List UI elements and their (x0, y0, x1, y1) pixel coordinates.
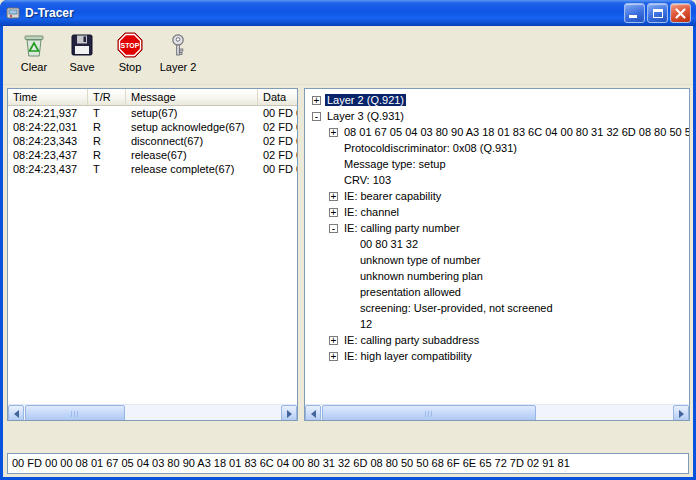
table-row[interactable]: 08:24:23,437 T release complete(67) 00 F… (8, 162, 297, 176)
tree-item[interactable]: 00 80 31 32 (305, 236, 689, 252)
cell-tr: T (88, 162, 126, 176)
decode-tree-panel: + Layer 2 (Q.921) - Layer 3 (Q.931) + 08… (304, 88, 690, 421)
scroll-right-button[interactable] (281, 405, 297, 421)
window-controls (624, 3, 691, 23)
column-header-time[interactable]: Time (8, 89, 88, 105)
cell-time: 08:24:23,343 (8, 134, 88, 148)
tree-item[interactable]: CRV: 103 (305, 172, 689, 188)
scroll-left-icon (14, 410, 19, 418)
tree-expand-icon[interactable]: + (329, 352, 338, 361)
tree-item[interactable]: + Layer 2 (Q.921) (305, 92, 689, 108)
table-row[interactable]: 08:24:23,437 R release(67) 02 FD 02 (8, 148, 297, 162)
app-icon (5, 5, 21, 21)
tree-item-label[interactable]: 08 01 67 05 04 03 80 90 A3 18 01 83 6C 0… (342, 126, 690, 138)
cell-data: 00 FD 00 (258, 106, 297, 120)
tree-item[interactable]: screening: User-provided, not screened (305, 300, 689, 316)
stop-icon-text: STOP (121, 42, 140, 49)
tree-item-label[interactable]: IE: calling party number (342, 222, 462, 234)
layer2-button-label: Layer 2 (160, 61, 197, 73)
cell-message: setup acknowledge(67) (126, 120, 258, 134)
scroll-right-button[interactable] (673, 405, 689, 421)
tree-item-label[interactable]: IE: calling party subaddress (342, 334, 481, 346)
tree-item[interactable]: + IE: channel (305, 204, 689, 220)
tree-item[interactable]: unknown numbering plan (305, 268, 689, 284)
scroll-left-button[interactable] (305, 405, 321, 421)
tree-item-label[interactable]: Layer 3 (Q.931) (325, 110, 406, 122)
tree-item-label[interactable]: screening: User-provided, not screened (358, 302, 555, 314)
tree-item[interactable]: + IE: calling party subaddress (305, 332, 689, 348)
tree-expand-icon[interactable]: + (329, 128, 338, 137)
tree-item[interactable]: + IE: high layer compatibility (305, 348, 689, 364)
stop-button-label: Stop (119, 61, 142, 73)
cell-data: 02 FD 02 (258, 134, 297, 148)
cell-time: 08:24:22,031 (8, 120, 88, 134)
scroll-thumb[interactable] (322, 405, 536, 421)
close-button[interactable] (670, 3, 691, 23)
cell-time: 08:24:23,437 (8, 162, 88, 176)
cell-data: 02 FD 00 (258, 120, 297, 134)
clear-button[interactable]: Clear (13, 30, 55, 82)
table-row[interactable]: 08:24:23,343 R disconnect(67) 02 FD 02 (8, 134, 297, 148)
tree-item[interactable]: - Layer 3 (Q.931) (305, 108, 689, 124)
column-header-data[interactable]: Data (258, 89, 297, 105)
tree-item[interactable]: + IE: bearer capability (305, 188, 689, 204)
scroll-right-icon (679, 410, 684, 418)
tree-item-label[interactable]: 12 (358, 318, 374, 330)
tree-item-label[interactable]: IE: channel (342, 206, 401, 218)
scroll-thumb[interactable] (25, 405, 125, 421)
floppy-disk-icon (68, 31, 96, 59)
cell-message: setup(67) (126, 106, 258, 120)
list-body: 08:24:21,937 T setup(67) 00 FD 00 08:24:… (8, 106, 297, 176)
recycle-bin-icon (20, 31, 48, 59)
message-list-panel: Time T/R Message Data 08:24:21,937 T set… (7, 88, 298, 421)
table-row[interactable]: 08:24:22,031 R setup acknowledge(67) 02 … (8, 120, 297, 134)
key-icon (164, 31, 192, 59)
tree-item-label[interactable]: IE: high layer compatibility (342, 350, 474, 362)
column-header-message[interactable]: Message (126, 89, 258, 105)
tree-item[interactable]: presentation allowed (305, 284, 689, 300)
tree-item-label[interactable]: presentation allowed (358, 286, 463, 298)
app-window: D-Tracer Clear (0, 0, 696, 480)
hex-dump-field[interactable]: 00 FD 00 00 08 01 67 05 04 03 80 90 A3 1… (7, 453, 689, 474)
tree-item-label[interactable]: IE: bearer capability (342, 190, 443, 202)
save-button[interactable]: Save (61, 30, 103, 82)
clear-button-label: Clear (21, 61, 47, 73)
title-bar[interactable]: D-Tracer (0, 0, 696, 26)
tree-expand-icon[interactable]: + (312, 96, 321, 105)
tree-item-label[interactable]: CRV: 103 (342, 174, 393, 186)
cell-tr: R (88, 134, 126, 148)
toolbar: Clear Save STO (3, 26, 693, 85)
tree-item[interactable]: - IE: calling party number (305, 220, 689, 236)
tree-item-label[interactable]: 00 80 31 32 (358, 238, 420, 250)
minimize-icon (629, 15, 637, 18)
tree-expand-icon[interactable]: + (329, 208, 338, 217)
tree-item-label[interactable]: Layer 2 (Q.921) (325, 94, 406, 106)
minimize-button[interactable] (624, 3, 645, 23)
tree-collapse-icon[interactable]: - (312, 112, 321, 121)
maximize-button[interactable] (647, 3, 668, 23)
scroll-left-button[interactable] (8, 405, 24, 421)
tree-expand-icon[interactable]: + (329, 192, 338, 201)
table-row[interactable]: 08:24:21,937 T setup(67) 00 FD 00 (8, 106, 297, 120)
tree-expand-icon[interactable]: + (329, 336, 338, 345)
cell-time: 08:24:23,437 (8, 148, 88, 162)
tree-collapse-icon[interactable]: - (329, 224, 338, 233)
layer2-button[interactable]: Layer 2 (157, 30, 199, 82)
tree-item-label[interactable]: Message type: setup (342, 158, 448, 170)
stop-button[interactable]: STOP Stop (109, 30, 151, 82)
cell-message: disconnect(67) (126, 134, 258, 148)
tree-item[interactable]: Protocoldiscriminator: 0x08 (Q.931) (305, 140, 689, 156)
tree-item-label[interactable]: Protocoldiscriminator: 0x08 (Q.931) (342, 142, 519, 154)
scroll-right-icon (287, 410, 292, 418)
cell-message: release(67) (126, 148, 258, 162)
tree-item[interactable]: 12 (305, 316, 689, 332)
tree-item[interactable]: unknown type of number (305, 252, 689, 268)
tree-item-label[interactable]: unknown numbering plan (358, 270, 485, 282)
list-horizontal-scrollbar[interactable] (8, 404, 297, 420)
tree-horizontal-scrollbar[interactable] (305, 404, 689, 420)
column-header-tr[interactable]: T/R (88, 89, 126, 105)
tree-item[interactable]: + 08 01 67 05 04 03 80 90 A3 18 01 83 6C… (305, 124, 689, 140)
tree-item-label[interactable]: unknown type of number (358, 254, 482, 266)
tree-item[interactable]: Message type: setup (305, 156, 689, 172)
close-icon (674, 7, 687, 20)
